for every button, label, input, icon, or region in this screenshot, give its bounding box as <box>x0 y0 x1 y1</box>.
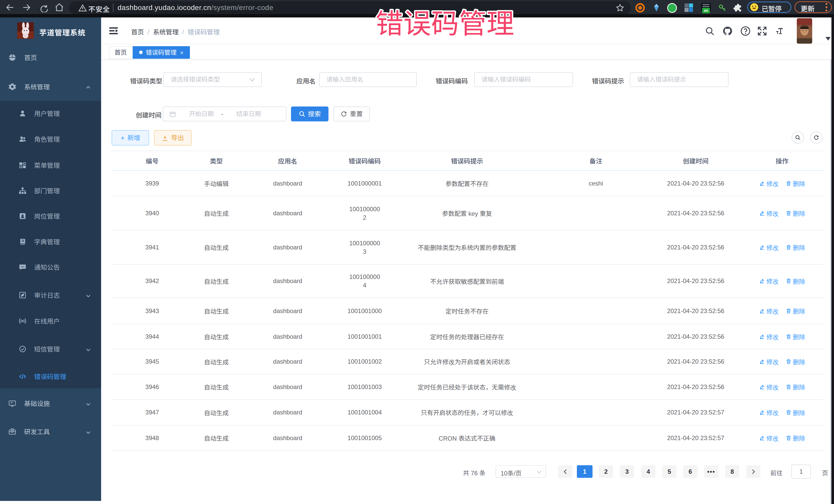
svg-text:错误码管理: 错误码管理 <box>376 8 514 39</box>
